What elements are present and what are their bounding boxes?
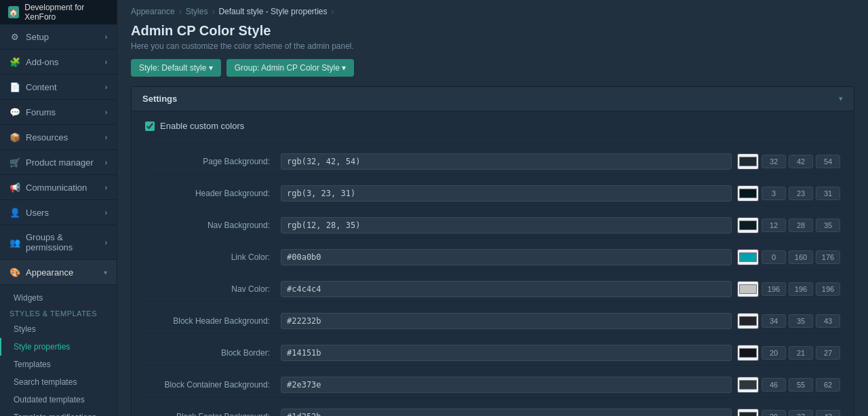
app-title: Development for XenForo <box>24 3 108 22</box>
color-swatch-picker[interactable] <box>737 345 759 361</box>
sidebar-sub-outdated-templates[interactable]: Outdated templates <box>0 391 117 409</box>
content-icon: 📄 <box>9 81 20 92</box>
color-row-value-input[interactable] <box>281 313 732 329</box>
color-swatch-picker[interactable] <box>737 217 759 233</box>
color-g-input: 21 <box>789 346 813 360</box>
sidebar-item-communication[interactable]: 📢 Communication › <box>0 175 117 200</box>
color-row-label: Block Container Background: <box>145 380 281 390</box>
main-content: Appearance › Styles › Default style - St… <box>117 0 868 416</box>
addons-icon: 🧩 <box>9 56 20 67</box>
sidebar-sub-style-properties[interactable]: Style properties <box>0 338 117 356</box>
color-r-input: 46 <box>762 378 786 392</box>
sidebar-item-resources[interactable]: 📦 Resources › <box>0 125 117 150</box>
color-row: Link Color: 0 160 176 <box>145 245 840 270</box>
sidebar-item-groups[interactable]: 👥 Groups & permissions › <box>0 225 117 260</box>
sidebar-item-appearance[interactable]: 🎨 Appearance ▾ <box>0 260 117 285</box>
color-swatch-container: 32 42 54 <box>737 153 840 170</box>
color-row-value-input[interactable] <box>281 185 732 202</box>
color-g-input: 160 <box>789 250 813 264</box>
color-swatch-picker[interactable] <box>737 281 759 297</box>
color-row-label: Nav Color: <box>145 284 281 294</box>
color-row-value-input[interactable] <box>281 217 732 233</box>
chevron-down-icon: ▾ <box>104 269 107 276</box>
forums-icon: 💬 <box>9 107 20 117</box>
app-icon: 🏠 <box>8 6 19 18</box>
sidebar-item-label: Groups & permissions <box>26 232 105 252</box>
color-swatch-container: 196 196 196 <box>737 281 840 297</box>
color-row: Block Container Background: 46 55 62 <box>145 373 840 398</box>
color-swatch-container: 0 160 176 <box>737 249 840 265</box>
sidebar-sub-styles[interactable]: Styles <box>0 320 117 338</box>
color-swatch-picker[interactable] <box>737 409 759 416</box>
sidebar-item-forums[interactable]: 💬 Forums › <box>0 100 117 125</box>
color-row: Block Border: 20 21 27 <box>145 341 840 366</box>
color-swatch-picker[interactable] <box>737 377 759 393</box>
color-b-input: 196 <box>816 282 840 296</box>
sidebar-item-label: Add-ons <box>26 57 58 67</box>
sidebar-item-label: Users <box>26 208 49 218</box>
color-row-value-input[interactable] <box>281 377 732 393</box>
color-b-input: 62 <box>816 378 840 392</box>
sidebar-sub-template-modifications[interactable]: Template modifications <box>0 409 117 416</box>
color-swatch-picker[interactable] <box>737 185 759 202</box>
color-swatch-container: 34 35 43 <box>737 313 840 329</box>
color-row: Nav Color: 196 196 196 <box>145 277 840 302</box>
sidebar-item-setup[interactable]: ⚙ Setup › <box>0 24 117 50</box>
sidebar-item-label: Resources <box>26 132 68 143</box>
color-g-input: 23 <box>789 187 813 200</box>
color-g-input: 42 <box>789 155 813 168</box>
toolbar: Style: Default style ▾ Group: Admin CP C… <box>117 59 868 86</box>
color-row-value-input[interactable] <box>281 409 732 416</box>
setup-icon: ⚙ <box>9 31 20 42</box>
color-r-input: 3 <box>762 187 786 200</box>
breadcrumb-appearance[interactable]: Appearance <box>131 7 175 16</box>
style-dropdown-button[interactable]: Style: Default style ▾ <box>131 59 221 77</box>
breadcrumb: Appearance › Styles › Default style - St… <box>117 0 868 23</box>
enable-custom-colors-checkbox[interactable] <box>145 121 155 131</box>
color-r-input: 32 <box>762 155 786 168</box>
color-rows: Page Background: 32 42 54 Header Backgro… <box>145 149 840 416</box>
color-g-input: 196 <box>789 282 813 296</box>
color-row-value-input[interactable] <box>281 153 732 170</box>
sidebar-item-product-manager[interactable]: 🛒 Product manager › <box>0 150 117 175</box>
color-swatch-picker[interactable] <box>737 249 759 265</box>
sidebar-item-content[interactable]: 📄 Content › <box>0 75 117 100</box>
sidebar-item-label: Forums <box>26 107 56 117</box>
color-row-label: Block Header Background: <box>145 316 281 326</box>
sidebar-sub-templates[interactable]: Templates <box>0 356 117 373</box>
enable-custom-colors-label: Enable custom colors <box>160 121 244 131</box>
color-swatch-container: 3 23 31 <box>737 185 840 202</box>
group-dropdown-button[interactable]: Group: Admin CP Color Style ▾ <box>226 59 355 77</box>
color-b-input: 176 <box>816 250 840 264</box>
breadcrumb-styles[interactable]: Styles <box>186 7 208 16</box>
sidebar-item-label: Communication <box>26 183 87 193</box>
styles-templates-section: Styles & templates <box>0 307 117 320</box>
color-row-value-input[interactable] <box>281 281 732 297</box>
color-r-input: 0 <box>762 250 786 264</box>
color-swatch-picker[interactable] <box>737 313 759 329</box>
color-b-input: 31 <box>816 187 840 200</box>
sidebar-item-users[interactable]: 👤 Users › <box>0 200 117 225</box>
color-r-input: 196 <box>762 282 786 296</box>
color-row-value-input[interactable] <box>281 249 732 265</box>
breadcrumb-sep-2: › <box>212 7 214 16</box>
sidebar: 🏠 Development for XenForo ⚙ Setup › 🧩 Ad… <box>0 0 117 416</box>
settings-panel-title: Settings <box>142 94 177 104</box>
sidebar-sub-search-templates[interactable]: Search templates <box>0 373 117 391</box>
color-b-input: 54 <box>816 155 840 168</box>
chevron-icon: › <box>105 83 107 91</box>
breadcrumb-sep-1: › <box>179 7 182 16</box>
color-swatch-container: 20 21 27 <box>737 345 840 361</box>
color-swatch-picker[interactable] <box>737 153 759 170</box>
product-manager-icon: 🛒 <box>9 157 20 168</box>
color-row-value-input[interactable] <box>281 345 732 361</box>
color-row: Page Background: 32 42 54 <box>145 149 840 174</box>
color-r-input: 29 <box>762 410 786 416</box>
color-g-input: 55 <box>789 378 813 392</box>
chevron-icon: › <box>105 184 107 191</box>
sidebar-sub-widgets[interactable]: Widgets <box>0 289 117 307</box>
settings-panel-header: Settings ▾ <box>132 87 854 111</box>
panel-collapse-icon[interactable]: ▾ <box>839 94 843 103</box>
color-row: Header Background: 3 23 31 <box>145 181 840 206</box>
sidebar-item-addons[interactable]: 🧩 Add-ons › <box>0 50 117 75</box>
